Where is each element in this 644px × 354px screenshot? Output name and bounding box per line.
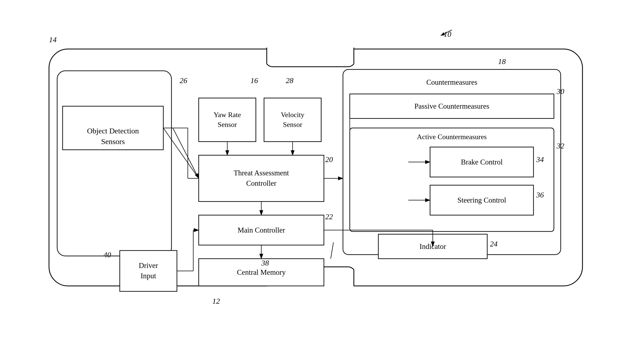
ref-20: 20 bbox=[325, 155, 333, 164]
velocity-label: VelocitySensor bbox=[264, 98, 321, 142]
yaw-rate-label: Yaw RateSensor bbox=[199, 98, 256, 142]
ref-10-arrow bbox=[433, 27, 455, 39]
countermeasures-title: Countermeasures bbox=[343, 75, 561, 87]
active-cm-title: Active Countermeasures bbox=[350, 131, 554, 141]
ref-32: 32 bbox=[557, 142, 564, 150]
brake-control-label: Brake Control bbox=[430, 147, 533, 177]
svg-rect-8 bbox=[57, 71, 171, 256]
ref-28: 28 bbox=[286, 76, 293, 85]
svg-rect-18 bbox=[350, 128, 554, 231]
svg-line-22 bbox=[173, 128, 199, 178]
svg-line-42 bbox=[441, 30, 452, 35]
ref-26: 26 bbox=[180, 76, 187, 85]
ref-22: 22 bbox=[325, 212, 333, 221]
ref-24: 24 bbox=[490, 240, 498, 248]
diagram-container: 10 14 26 16 28 20 22 38 bbox=[27, 22, 617, 321]
ref-30: 30 bbox=[557, 87, 564, 96]
ref-14: 14 bbox=[49, 35, 57, 44]
threat-controller-label: Threat AssessmentController bbox=[199, 155, 324, 202]
object-detection-label: Object DetectionSensors bbox=[63, 114, 163, 158]
indicator-label: Indicator bbox=[378, 234, 487, 259]
central-memory-label: Central Memory bbox=[199, 259, 324, 286]
ref-40: 40 bbox=[103, 251, 111, 259]
svg-rect-2 bbox=[267, 48, 354, 65]
driver-input-label: DriverInput bbox=[120, 251, 177, 291]
ref-18: 18 bbox=[498, 57, 506, 66]
main-controller-label: Main Controller bbox=[199, 215, 324, 245]
ref-12: 12 bbox=[212, 297, 220, 306]
steering-control-label: Steering Control bbox=[430, 185, 533, 215]
ref-16: 16 bbox=[250, 76, 258, 85]
ref-34: 34 bbox=[536, 155, 544, 164]
svg-line-23 bbox=[163, 128, 199, 178]
svg-line-44 bbox=[331, 242, 333, 259]
ref-36: 36 bbox=[536, 191, 544, 199]
ref-38-arrow bbox=[325, 242, 342, 266]
passive-cm-label: Passive Countermeasures bbox=[350, 94, 554, 118]
